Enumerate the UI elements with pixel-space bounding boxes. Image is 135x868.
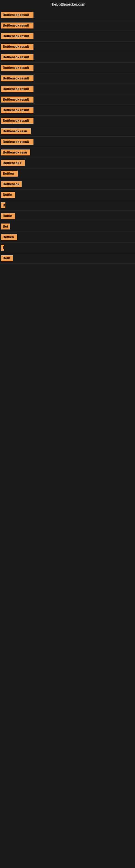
bottleneck-item: Bottleneck result	[0, 137, 135, 147]
bottleneck-item: B	[0, 243, 135, 253]
bottleneck-badge[interactable]: Bottleneck	[1, 181, 21, 187]
bottleneck-badge[interactable]: Bottleneck result	[1, 86, 34, 92]
bottleneck-badge[interactable]: Bottleneck result	[1, 23, 34, 29]
bottleneck-item: Bottleneck	[0, 179, 135, 190]
bottleneck-item: Bottleneck result	[0, 10, 135, 20]
bottleneck-item: Bottleneck resu	[0, 126, 135, 137]
bottleneck-badge[interactable]: Bottleneck r	[1, 160, 25, 166]
bottleneck-item: Bottlen	[0, 232, 135, 243]
bottleneck-badge[interactable]: Bottleneck result	[1, 44, 34, 50]
bottleneck-item: Bottleneck result	[0, 73, 135, 84]
bottleneck-badge[interactable]: B	[1, 245, 4, 251]
bottleneck-item: Bottleneck r	[0, 158, 135, 168]
bottleneck-badge[interactable]: Bottleneck result	[1, 118, 34, 124]
bottleneck-badge[interactable]: Bottle	[1, 213, 15, 219]
bottleneck-badge[interactable]: Bottleneck result	[1, 139, 34, 145]
bottleneck-badge[interactable]: Bottleneck result	[1, 65, 34, 71]
bottleneck-item: B	[0, 200, 135, 211]
bottleneck-item: Bottl	[0, 253, 135, 264]
bottleneck-badge[interactable]: B	[1, 203, 5, 208]
bottleneck-item: Bot	[0, 221, 135, 232]
bottleneck-badge[interactable]: Bottleneck resu	[1, 150, 30, 155]
bottleneck-item: Bottleneck result	[0, 20, 135, 31]
bottleneck-badge[interactable]: Bottleneck result	[1, 33, 34, 39]
bottleneck-badge[interactable]: Bottleneck result	[1, 75, 34, 82]
bottleneck-item: Bottleneck result	[0, 94, 135, 105]
bottleneck-badge[interactable]: Bottleneck result	[1, 107, 34, 113]
bottleneck-badge[interactable]: Bottleneck result	[1, 54, 34, 60]
bottleneck-badge[interactable]: Bottleneck result	[1, 97, 34, 102]
bottleneck-badge[interactable]: Bot	[1, 223, 10, 229]
site-title: TheBottlenecker.com	[0, 0, 135, 9]
bottleneck-item: Bottleneck result	[0, 63, 135, 73]
bottleneck-item: Bottle	[0, 211, 135, 221]
items-container: Bottleneck resultBottleneck resultBottle…	[0, 9, 135, 264]
bottleneck-item: Bottleneck resu	[0, 147, 135, 158]
bottleneck-badge[interactable]: Bottl	[1, 255, 13, 261]
bottleneck-item: Bottleneck result	[0, 105, 135, 116]
bottleneck-badge[interactable]: Bottleneck resu	[1, 128, 31, 134]
bottleneck-item: Bottleneck result	[0, 84, 135, 94]
bottleneck-badge[interactable]: Bottlen	[1, 170, 18, 177]
bottleneck-item: Bottleneck result	[0, 31, 135, 41]
bottleneck-badge[interactable]: Bottleneck result	[1, 12, 34, 18]
bottleneck-item: Bottleneck result	[0, 116, 135, 126]
bottleneck-badge[interactable]: Bottlen	[1, 234, 17, 240]
bottleneck-item: Bottleneck result	[0, 41, 135, 52]
bottleneck-item: Bottleneck result	[0, 52, 135, 63]
bottleneck-item: Bottlen	[0, 168, 135, 179]
bottleneck-badge[interactable]: Bottle	[1, 192, 15, 198]
bottleneck-item: Bottle	[0, 190, 135, 200]
